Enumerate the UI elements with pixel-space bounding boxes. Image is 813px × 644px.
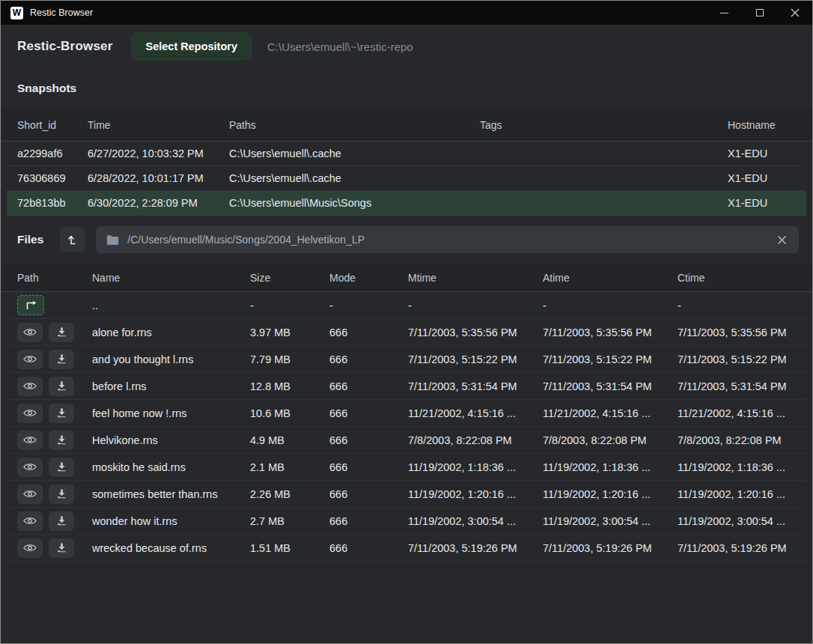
download-file-button[interactable] xyxy=(49,431,74,450)
download-file-button[interactable] xyxy=(49,484,74,504)
column-header-ctime: Ctime xyxy=(678,272,802,284)
repository-path: C:\Users\emuell\~\restic-repo xyxy=(267,40,413,53)
file-row[interactable]: Helvikone.rns 4.9 MB 666 7/8/2003, 8:22:… xyxy=(7,427,806,454)
snapshot-paths: C:\Users\emuell\Music\Songs xyxy=(229,197,480,209)
file-row[interactable]: feel home now !.rns 10.6 MB 666 11/21/20… xyxy=(7,400,806,427)
file-ctime: 7/8/2003, 8:22:08 PM xyxy=(678,434,802,446)
file-mtime: 7/11/2003, 5:19:26 PM xyxy=(408,542,543,554)
up-directory-button[interactable] xyxy=(60,227,85,252)
snapshot-short-id: a2299af6 xyxy=(17,148,88,160)
parent-directory-row[interactable]: .. - - - - - xyxy=(7,292,806,319)
file-atime: 11/19/2002, 1:18:36 ... xyxy=(543,461,678,473)
app-header: Restic-Browser Select Repository C:\User… xyxy=(1,25,812,68)
snapshot-hostname: X1-EDU xyxy=(728,197,802,209)
preview-file-button[interactable] xyxy=(17,350,43,369)
file-name: and you thought l.rns xyxy=(92,353,250,365)
snapshot-row-selected[interactable]: 72b813bb 6/30/2022, 2:28:09 PM C:\Users\… xyxy=(7,191,806,216)
clear-path-button[interactable] xyxy=(776,234,788,246)
select-repository-button[interactable]: Select Repository xyxy=(131,32,253,61)
maximize-icon xyxy=(756,9,764,16)
file-mode: 666 xyxy=(329,407,408,419)
file-mtime: 7/11/2003, 5:15:22 PM xyxy=(408,353,543,365)
files-table-header: Path Name Size Mode Mtime Atime Ctime xyxy=(1,264,812,292)
download-file-button[interactable] xyxy=(49,404,74,423)
column-header-atime: Atime xyxy=(543,272,678,284)
up-level-icon xyxy=(67,234,79,246)
preview-file-button[interactable] xyxy=(17,458,43,477)
file-atime: 7/11/2003, 5:15:22 PM xyxy=(543,353,678,365)
file-atime: 7/11/2003, 5:31:54 PM xyxy=(543,380,678,392)
file-mode: - xyxy=(329,300,408,312)
download-file-button[interactable] xyxy=(49,458,74,477)
download-file-button[interactable] xyxy=(49,377,74,396)
snapshots-table-header: Short_id Time Paths Tags Hostname xyxy=(1,109,812,142)
file-size: 3.97 MB xyxy=(250,326,329,338)
file-ctime: 7/11/2003, 5:19:26 PM xyxy=(678,542,802,554)
files-toolbar: Files /C/Users/emuell/Music/Songs/2004_H… xyxy=(1,225,812,255)
snapshots-table: a2299af6 6/27/2022, 10:03:32 PM C:\Users… xyxy=(1,142,812,216)
preview-file-button[interactable] xyxy=(17,404,43,423)
file-ctime: 7/11/2003, 5:15:22 PM xyxy=(678,353,802,365)
file-mtime: 7/11/2003, 5:31:54 PM xyxy=(408,380,543,392)
download-file-button[interactable] xyxy=(49,538,74,558)
preview-file-button[interactable] xyxy=(17,511,43,531)
file-atime: 11/19/2002, 1:20:16 ... xyxy=(543,488,678,500)
preview-file-button[interactable] xyxy=(17,377,43,396)
file-name: .. xyxy=(92,300,250,312)
close-button[interactable] xyxy=(777,1,812,25)
download-file-button[interactable] xyxy=(49,511,74,531)
preview-file-button[interactable] xyxy=(17,538,43,558)
minimize-button[interactable] xyxy=(707,1,742,25)
file-atime: 7/8/2003, 8:22:08 PM xyxy=(543,434,678,446)
download-file-button[interactable] xyxy=(49,350,74,369)
file-row[interactable]: moskito he said.rns 2.1 MB 666 11/19/200… xyxy=(7,454,806,481)
snapshot-time: 6/27/2022, 10:03:32 PM xyxy=(88,148,229,160)
eye-icon xyxy=(23,435,37,445)
go-parent-directory-button[interactable] xyxy=(17,295,44,315)
file-mode: 666 xyxy=(329,542,408,554)
file-atime: 7/11/2003, 5:19:26 PM xyxy=(543,542,678,554)
snapshot-hostname: X1-EDU xyxy=(728,172,802,184)
file-mode: 666 xyxy=(329,461,408,473)
file-name: feel home now !.rns xyxy=(92,407,250,419)
snapshot-row[interactable]: a2299af6 6/27/2022, 10:03:32 PM C:\Users… xyxy=(7,142,806,166)
download-icon xyxy=(56,461,67,473)
file-row[interactable]: wrecked because of.rns 1.51 MB 666 7/11/… xyxy=(7,535,806,562)
download-icon xyxy=(56,326,67,338)
window-title: Restic Browser xyxy=(30,7,93,18)
preview-file-button[interactable] xyxy=(17,431,43,450)
column-header-name: Name xyxy=(92,272,250,284)
preview-file-button[interactable] xyxy=(17,323,43,342)
current-path-input[interactable]: /C/Users/emuell/Music/Songs/2004_Helveti… xyxy=(96,226,799,253)
file-row[interactable]: sometimes better than.rns 2.26 MB 666 11… xyxy=(7,481,806,508)
snapshot-row[interactable]: 76306869 6/28/2022, 10:01:17 PM C:\Users… xyxy=(7,166,806,191)
titlebar: W Restic Browser xyxy=(1,1,812,25)
column-header-short-id: Short_id xyxy=(17,119,88,131)
up-right-arrow-icon xyxy=(25,300,37,311)
file-size: 12.8 MB xyxy=(250,380,329,392)
file-mtime: 7/8/2003, 8:22:08 PM xyxy=(408,434,543,446)
preview-file-button[interactable] xyxy=(17,484,43,504)
close-icon xyxy=(791,8,800,17)
file-ctime: - xyxy=(678,300,802,312)
file-name: alone for.rns xyxy=(92,326,250,338)
column-header-path: Path xyxy=(17,272,92,284)
download-file-button[interactable] xyxy=(49,323,74,342)
maximize-button[interactable] xyxy=(742,1,777,25)
column-header-hostname: Hostname xyxy=(728,119,802,131)
files-table: .. - - - - - alone for.rns 3.97 MB 666 xyxy=(1,292,812,562)
file-mode: 666 xyxy=(329,326,408,338)
file-name: wonder how it.rns xyxy=(92,515,250,527)
file-row[interactable]: before l.rns 12.8 MB 666 7/11/2003, 5:31… xyxy=(7,373,806,400)
file-ctime: 11/19/2002, 1:20:16 ... xyxy=(678,488,802,500)
file-row[interactable]: and you thought l.rns 7.79 MB 666 7/11/2… xyxy=(7,346,806,373)
column-header-tags: Tags xyxy=(480,119,728,131)
file-mode: 666 xyxy=(329,434,408,446)
file-name: sometimes better than.rns xyxy=(92,488,250,500)
file-row[interactable]: alone for.rns 3.97 MB 666 7/11/2003, 5:3… xyxy=(7,319,806,346)
file-size: 2.1 MB xyxy=(250,461,329,473)
file-row[interactable]: wonder how it.rns 2.7 MB 666 11/19/2002,… xyxy=(7,508,806,535)
column-header-size: Size xyxy=(250,272,329,284)
eye-icon xyxy=(23,462,37,472)
file-mode: 666 xyxy=(329,515,408,527)
